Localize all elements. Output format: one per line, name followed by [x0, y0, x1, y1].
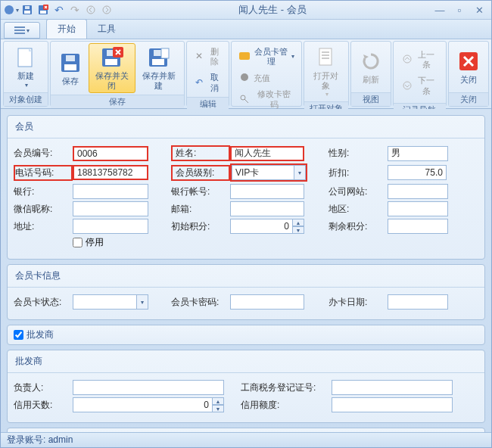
prev-record-button[interactable]: 上一条 — [397, 46, 443, 72]
svg-point-8 — [103, 6, 111, 14]
maximize-button[interactable]: ▫ — [450, 3, 469, 17]
card-status-select[interactable] — [73, 294, 136, 310]
panel-wholesale-header: 批发商 — [8, 350, 484, 373]
region-label: 地区: — [329, 203, 388, 216]
member-no-input[interactable] — [73, 146, 148, 161]
key-icon — [238, 93, 251, 105]
undo-icon: ↶ — [194, 76, 204, 89]
region-input[interactable] — [388, 201, 448, 216]
save-new-icon — [147, 45, 171, 70]
credit-limit-input[interactable] — [332, 397, 453, 412]
down-arrow-icon — [402, 79, 413, 92]
minimize-button[interactable]: — — [431, 3, 449, 17]
gender-input[interactable] — [388, 146, 448, 161]
qat-redo-icon[interactable]: ↷ — [67, 2, 83, 17]
init-pts-input[interactable] — [230, 219, 292, 234]
tab-tools[interactable]: 工具 — [87, 20, 126, 39]
new-button[interactable]: 新建▾ — [5, 43, 46, 91]
save-close-icon — [100, 45, 124, 70]
disable-checkbox[interactable] — [73, 238, 83, 247]
svg-rect-21 — [152, 59, 164, 65]
svg-rect-10 — [14, 30, 25, 31]
init-pts-spinner[interactable]: ▲▼ — [230, 219, 304, 234]
qat-save-icon[interactable] — [20, 2, 35, 17]
change-password-button[interactable]: 修改卡密码 — [233, 86, 300, 111]
qat-undo-icon[interactable]: ↶ — [51, 2, 67, 17]
bank-label: 银行: — [14, 185, 73, 198]
wechat-label: 微信昵称: — [14, 203, 73, 216]
app-menu-icon[interactable]: ▾ — [4, 2, 19, 17]
wechat-input[interactable] — [73, 201, 148, 216]
dropdown-icon[interactable]: ▾ — [136, 294, 148, 310]
card-pw-input[interactable] — [230, 294, 304, 310]
titlebar: ▾ ↶ ↷ 闻人先生 - 会员 — ▫ ✕ — [1, 1, 491, 20]
website-input[interactable] — [388, 184, 448, 199]
svg-point-25 — [241, 73, 248, 81]
bank-acc-input[interactable] — [230, 184, 304, 199]
close-window-button[interactable]: ✕ — [470, 3, 488, 17]
svg-rect-14 — [64, 64, 76, 70]
ribbon-group-save: 保存 保存并关闭 保存并新建 保存 — [50, 41, 185, 107]
svg-point-32 — [403, 82, 411, 89]
save-button[interactable]: 保存 — [52, 43, 89, 93]
svg-rect-3 — [25, 6, 30, 9]
discount-label: 折扣: — [329, 166, 388, 179]
credit-days-input[interactable] — [73, 397, 212, 412]
svg-point-0 — [5, 5, 14, 14]
svg-rect-2 — [24, 11, 30, 14]
credit-days-spinner[interactable]: ▲▼ — [73, 397, 224, 412]
address-label: 地址: — [14, 220, 73, 233]
qat-next-icon[interactable] — [99, 2, 114, 17]
level-dropdown-icon[interactable]: ▾ — [294, 165, 306, 180]
close-button[interactable]: 关闭 — [450, 43, 487, 91]
phone-input[interactable] — [73, 165, 148, 180]
discount-input[interactable] — [388, 165, 447, 180]
menu-tabs: ▾ 开始 工具 — [1, 20, 491, 39]
spinner-up-icon[interactable]: ▲ — [212, 397, 224, 405]
level-select[interactable] — [232, 165, 294, 180]
next-record-button[interactable]: 下一条 — [397, 72, 443, 98]
owner-label: 负责人: — [14, 381, 73, 394]
tab-start[interactable]: 开始 — [46, 19, 87, 39]
card-status-label: 会员卡状态: — [14, 296, 73, 309]
wholesale-checkbox[interactable] — [14, 330, 23, 340]
ribbon-group-record: 会员卡管理▾ 充值 修改卡密码 记录编辑 — [231, 41, 302, 107]
cancel-button[interactable]: ↶取消 — [188, 69, 228, 95]
svg-point-31 — [403, 55, 411, 63]
name-input[interactable] — [230, 146, 304, 161]
window-controls: — ▫ ✕ — [431, 3, 488, 17]
save-and-close-button[interactable]: 保存并关闭 — [89, 43, 135, 93]
spinner-down-icon[interactable]: ▼ — [292, 226, 304, 234]
panel-wholesale: 批发商 负责人: 工商税务登记证号: 信用天数: ▲▼ 信用额度: — [7, 350, 485, 423]
owner-input[interactable] — [73, 380, 224, 395]
gender-label: 性别: — [329, 147, 388, 160]
svg-rect-24 — [239, 52, 250, 60]
email-input[interactable] — [230, 201, 304, 216]
init-pts-label: 初始积分: — [171, 220, 230, 233]
remain-pts-input[interactable] — [388, 219, 448, 234]
file-menu-dropdown[interactable]: ▾ — [4, 22, 40, 39]
refresh-button[interactable]: 刷新 — [353, 43, 389, 91]
recharge-button[interactable]: 充值 — [233, 69, 300, 86]
open-object-button[interactable]: 打开对象▾ — [306, 43, 346, 100]
qat-prev-icon[interactable] — [83, 2, 98, 17]
svg-rect-27 — [319, 48, 332, 65]
wholesale-label: 批发商 — [26, 328, 54, 341]
ribbon: 新建▾ 对象创建 保存 保存并关闭 保存并新建 保存 — [1, 39, 491, 109]
address-input[interactable] — [73, 219, 148, 234]
credit-limit-label: 信用额度: — [241, 399, 332, 412]
spinner-up-icon[interactable]: ▲ — [292, 219, 304, 226]
delete-button[interactable]: ✕删除 — [188, 43, 228, 69]
credit-days-label: 信用天数: — [14, 399, 73, 412]
phone-label: 电话号码: — [14, 165, 73, 181]
save-and-new-button[interactable]: 保存并新建 — [135, 43, 182, 93]
bank-input[interactable] — [73, 184, 148, 199]
card-manage-button[interactable]: 会员卡管理▾ — [233, 43, 300, 69]
card-icon — [238, 50, 249, 62]
qat-save-close-icon[interactable] — [36, 2, 51, 17]
card-date-input[interactable] — [388, 294, 448, 310]
spinner-down-icon[interactable]: ▼ — [212, 405, 224, 412]
ribbon-group-view: 刷新 视图 — [350, 41, 391, 107]
svg-rect-11 — [14, 33, 25, 34]
tax-reg-input[interactable] — [332, 380, 453, 395]
